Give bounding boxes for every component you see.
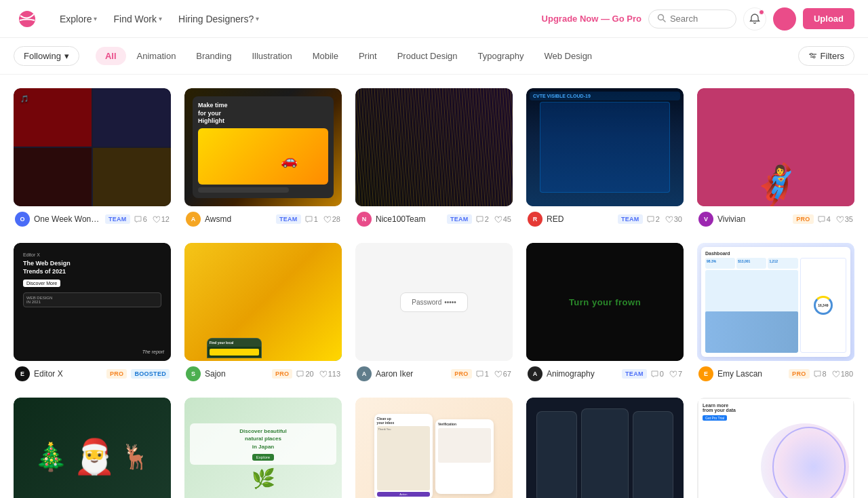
category-tab-product-design[interactable]: Product Design (388, 47, 467, 65)
author-avatar[interactable]: N (357, 212, 372, 227)
author-name[interactable]: Awsmd (205, 214, 272, 224)
author-badge: PRO (451, 369, 471, 379)
author-name[interactable]: Aaron Iker (376, 369, 447, 379)
comments-count: 1 (476, 370, 489, 378)
author-badge: TEAM (105, 214, 130, 224)
category-tabs: AllAnimationBrandingIllustrationMobilePr… (96, 47, 798, 65)
shot-meta: E Editor X PRO BOOSTED (14, 361, 171, 384)
author-badge: TEAM (622, 369, 647, 379)
author-avatar[interactable]: A (186, 212, 201, 227)
shot-card[interactable]: Editor X The Web DesignTrends of 2021 Di… (14, 243, 171, 384)
search-box[interactable] (648, 9, 736, 28)
nav-right: Upgrade Now — Go Pro Upload (542, 7, 854, 31)
likes-count: 113 (319, 370, 340, 378)
author-avatar[interactable]: O (15, 212, 30, 227)
likes-count: 7 (669, 370, 682, 378)
shot-thumbnail: 🎄 🎅 🦌 (14, 398, 171, 498)
shot-meta: A Aaron Iker PRO 1 67 (355, 361, 513, 384)
likes-count: 67 (494, 370, 511, 378)
upgrade-button[interactable]: Upgrade Now — Go Pro (542, 14, 642, 24)
svg-point-5 (810, 54, 812, 56)
find-work-menu[interactable]: Find Work ▾ (106, 9, 169, 28)
author-avatar[interactable]: E (15, 366, 30, 381)
author-name[interactable]: Editor X (34, 369, 102, 379)
shot-card[interactable]: CVTE VISIBLE CLOUD-19 R RED TEAM 2 30 (526, 88, 684, 229)
filter-icon (808, 52, 817, 60)
shot-thumbnail (355, 88, 513, 206)
search-input[interactable] (670, 14, 724, 24)
shot-card[interactable]: S Shakuro TEAM 2 115 (526, 398, 684, 498)
author-avatar[interactable]: E (698, 366, 713, 381)
author-name[interactable]: One Week Wonders (34, 214, 101, 224)
shot-thumbnail: 🎵 (14, 88, 171, 206)
shot-stats: 1 28 (305, 215, 340, 223)
shot-stats: 0 7 (651, 370, 682, 378)
comments-count: 20 (296, 370, 313, 378)
svg-point-1 (658, 14, 663, 20)
author-avatar[interactable]: A (528, 366, 542, 381)
shot-thumbnail: 🦸‍♀️ (697, 88, 854, 206)
shot-card[interactable]: Turn your frown A Animography TEAM 0 7 (526, 243, 684, 384)
shot-card[interactable]: N Nice100Team TEAM 2 45 (355, 88, 513, 229)
avatar[interactable] (773, 7, 796, 31)
author-name[interactable]: RED (547, 214, 614, 224)
shot-card[interactable]: Make timefor yourHighlight 🚗 A Awsmd TEA… (184, 88, 342, 229)
search-icon (657, 14, 666, 24)
shot-card[interactable]: Learn morefrom your data Get Pro Trial E… (697, 398, 854, 498)
shot-card[interactable]: 🎄 🎅 🦌 U Uran PRO 7 225 (14, 398, 171, 498)
boosted-badge: BOOSTED (131, 369, 170, 379)
author-badge: PRO (272, 369, 292, 379)
category-tab-typography[interactable]: Typography (469, 47, 534, 65)
shot-stats: 6 12 (134, 215, 170, 223)
explore-chevron: ▾ (94, 15, 97, 22)
author-name[interactable]: Nice100Team (376, 214, 443, 224)
category-tab-illustration[interactable]: Illustration (242, 47, 301, 65)
category-tab-all[interactable]: All (96, 47, 126, 65)
comments-count: 8 (814, 370, 827, 378)
author-avatar[interactable]: R (528, 212, 542, 227)
shot-card[interactable]: 🎵 O One Week Wonders TEAM 6 12 (14, 88, 171, 229)
shot-meta: A Awsmd TEAM 1 28 (184, 206, 342, 229)
comments-count: 2 (647, 215, 660, 223)
author-name[interactable]: Emy Lascan (717, 369, 785, 379)
following-dropdown[interactable]: Following ▾ (14, 46, 79, 66)
shot-meta: S Sajon PRO 20 113 (184, 361, 342, 384)
following-chevron: ▾ (64, 51, 69, 61)
likes-count: 12 (153, 215, 170, 223)
shot-stats: 4 35 (818, 215, 853, 223)
category-tab-animation[interactable]: Animation (127, 47, 186, 65)
comments-count: 6 (134, 215, 147, 223)
category-tab-web-design[interactable]: Web Design (535, 47, 602, 65)
shot-meta: N Nice100Team TEAM 2 45 (355, 206, 513, 229)
filter-bar: Following ▾ AllAnimationBrandingIllustra… (0, 38, 868, 75)
author-name[interactable]: Sajon (205, 369, 268, 379)
filters-button[interactable]: Filters (798, 46, 854, 66)
shot-card[interactable]: Find your local S Sajon PRO 20 113 (184, 243, 342, 384)
author-avatar[interactable]: S (186, 366, 201, 381)
hiring-menu[interactable]: Hiring Designers? ▾ (172, 9, 266, 28)
shot-thumbnail: Clean upyour inbox Thank You Action Veri… (355, 398, 513, 498)
author-avatar[interactable]: V (698, 212, 713, 227)
shot-stats: 2 30 (647, 215, 682, 223)
navbar: Explore ▾ Find Work ▾ Hiring Designers? … (0, 0, 868, 38)
svg-line-2 (663, 20, 665, 22)
shot-thumbnail: Dashboard 98.3% $13,001 1,212 (697, 243, 854, 361)
upload-button[interactable]: Upload (803, 8, 854, 29)
logo[interactable] (14, 9, 41, 29)
shot-card[interactable]: Dashboard 98.3% $13,001 1,212 (697, 243, 854, 384)
category-tab-mobile[interactable]: Mobile (303, 47, 348, 65)
notification-button[interactable] (743, 7, 766, 31)
author-name[interactable]: Vivivian (717, 214, 789, 224)
shot-card[interactable]: Clean upyour inbox Thank You Action Veri… (355, 398, 513, 498)
category-tab-branding[interactable]: Branding (186, 47, 241, 65)
shot-card[interactable]: Password••••• A Aaron Iker PRO 1 67 (355, 243, 513, 384)
shots-grid: 🎵 O One Week Wonders TEAM 6 12 Make time… (0, 75, 868, 498)
category-tab-print[interactable]: Print (349, 47, 387, 65)
explore-menu[interactable]: Explore ▾ (53, 9, 104, 28)
shot-card[interactable]: 🦸‍♀️ V Vivivian PRO 4 35 (697, 88, 854, 229)
author-name[interactable]: Animography (547, 369, 618, 379)
author-badge: PRO (106, 369, 127, 379)
shot-card[interactable]: Discover beautifulnatural placesin Japan… (184, 398, 342, 498)
shot-thumbnail: Discover beautifulnatural placesin Japan… (184, 398, 342, 498)
author-avatar[interactable]: A (357, 366, 372, 381)
